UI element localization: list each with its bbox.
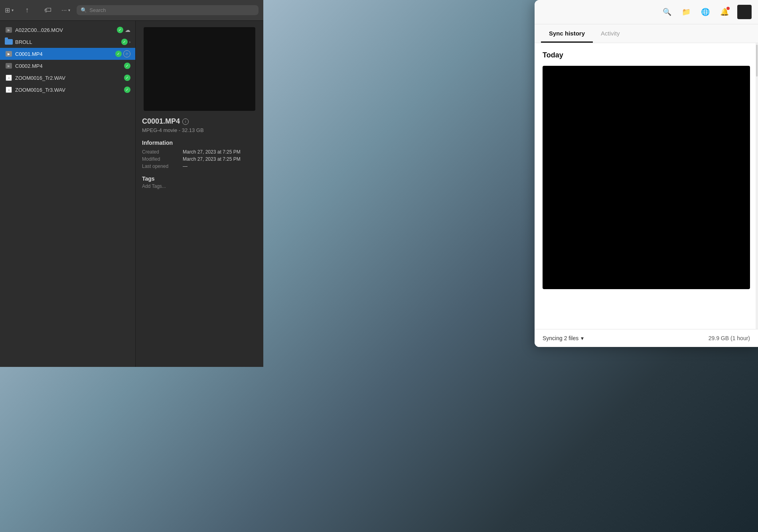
last-opened-row: Last opened —: [142, 164, 188, 169]
file-name: A022C00...026.MOV: [15, 27, 114, 33]
file-name: ZOOM0016_Tr3.WAV: [15, 87, 122, 93]
chevron-down-icon: ▾: [581, 335, 584, 341]
file-name: C0002.MP4: [15, 63, 122, 69]
tab-activity[interactable]: Activity: [593, 24, 628, 43]
popup-header: 🔍 📁 🌐 🔔: [535, 0, 758, 24]
preview-panel: C0001.MP4 i MPEG-4 movie - 32.13 GB Info…: [136, 21, 263, 367]
file-badges: ✓: [124, 75, 130, 81]
view-switcher[interactable]: ⊞ ▾: [5, 6, 14, 14]
notification-badge: [726, 7, 730, 10]
more-arrow: ▾: [68, 8, 70, 12]
syncing-label: Syncing 2 files: [543, 335, 578, 341]
file-name: C0001.MP4: [15, 51, 113, 57]
globe-icon: 🌐: [701, 8, 710, 16]
finder-toolbar: ⊞ ▾ ↑ 🏷 ··· ▾ 🔍: [0, 0, 263, 21]
grid-icon: ⊞: [5, 6, 10, 14]
search-icon: 🔍: [81, 7, 87, 13]
avatar[interactable]: [737, 5, 752, 19]
add-tags-button[interactable]: Add Tags...: [142, 183, 166, 189]
syncing-status[interactable]: Syncing 2 files ▾: [543, 335, 584, 341]
file-badges: ✓ ⏱: [115, 50, 130, 57]
tab-sync-history[interactable]: Sync history: [541, 24, 593, 43]
sync-check-badge: ✓: [124, 75, 130, 81]
video-file-icon: ▶: [5, 63, 13, 69]
search-input[interactable]: [89, 7, 255, 13]
preview-filename: C0001.MP4: [142, 117, 180, 126]
video-file-icon: ▶: [5, 27, 13, 33]
list-item[interactable]: BROLL ✓ ›: [0, 36, 135, 48]
finder-content: ▶ A022C00...026.MOV ✓ ☁ BROLL ✓: [0, 21, 263, 367]
finder-window: ⊞ ▾ ↑ 🏷 ··· ▾ 🔍 ▶ A022C00...026.MOV: [0, 0, 263, 367]
sync-size: 29.9 GB (1 hour): [709, 335, 750, 341]
list-item[interactable]: ▶ C0001.MP4 ✓ ⏱: [0, 48, 135, 60]
sync-check-badge: ✓: [121, 39, 128, 45]
file-badges: ✓ ☁: [117, 27, 130, 33]
file-name: BROLL: [15, 39, 119, 45]
modified-row: Modified March 27, 2023 at 7:25 PM: [142, 156, 241, 162]
file-badges: ✓ ›: [121, 39, 130, 45]
search-bar[interactable]: 🔍: [77, 5, 259, 15]
dropdown-arrow: ▾: [12, 8, 14, 12]
list-item[interactable]: ♫ ZOOM0016_Tr3.WAV ✓: [0, 84, 135, 96]
folder-icon: 📁: [682, 8, 691, 16]
audio-file-icon: ♫: [5, 87, 13, 93]
created-value: March 27, 2023 at 7:25 PM: [183, 149, 241, 155]
file-list-sidebar: ▶ A022C00...026.MOV ✓ ☁ BROLL ✓: [0, 21, 136, 367]
popup-footer: Syncing 2 files ▾ 29.9 GB (1 hour): [535, 329, 758, 347]
video-preview-thumbnail: [543, 66, 750, 289]
modified-value: March 27, 2023 at 7:25 PM: [183, 156, 241, 162]
globe-button[interactable]: 🌐: [699, 6, 712, 18]
clock-icon: ⏱: [123, 50, 130, 57]
ellipsis-icon: ···: [61, 7, 67, 14]
sync-check-badge: ✓: [124, 87, 130, 93]
search-icon: 🔍: [663, 8, 671, 16]
list-item[interactable]: ▶ C0002.MP4 ✓: [0, 60, 135, 72]
cloud-icon: ☁: [125, 27, 130, 33]
list-item[interactable]: ▶ A022C00...026.MOV ✓ ☁: [0, 24, 135, 36]
scrollbar-thumb[interactable]: [756, 45, 758, 77]
audio-file-icon: ♫: [5, 75, 13, 81]
preview-subtitle: MPEG-4 movie - 32.13 GB: [142, 127, 204, 133]
sync-check-badge: ✓: [115, 51, 122, 57]
created-row: Created March 27, 2023 at 7:25 PM: [142, 149, 241, 155]
preview-thumbnail: [144, 27, 255, 111]
section-date: Today: [543, 51, 750, 59]
sync-check-badge: ✓: [124, 63, 130, 69]
notifications-button[interactable]: 🔔: [718, 6, 731, 18]
last-opened-value: —: [183, 164, 188, 169]
arrow-icon: ›: [129, 40, 130, 44]
popup-content: Today: [535, 43, 758, 329]
last-opened-label: Last opened: [142, 164, 178, 169]
info-section-title: Information: [142, 140, 173, 146]
file-badges: ✓: [124, 63, 130, 69]
info-icon: i: [182, 118, 189, 125]
folder-icon: [5, 39, 13, 45]
tag-button[interactable]: 🏷: [41, 3, 55, 18]
more-button[interactable]: ··· ▾: [61, 7, 70, 14]
file-badges: ✓: [124, 87, 130, 93]
preview-title-row: C0001.MP4 i: [142, 117, 189, 126]
dropbox-popup: 🔍 📁 🌐 🔔 Sync history Activity Today Sync…: [535, 0, 758, 347]
file-name: ZOOM0016_Tr2.WAV: [15, 75, 122, 81]
modified-label: Modified: [142, 156, 178, 162]
tabs: Sync history Activity: [535, 24, 758, 43]
tags-section-title: Tags: [142, 175, 155, 182]
scrollbar[interactable]: [756, 43, 758, 329]
folder-button[interactable]: 📁: [680, 6, 693, 18]
video-file-icon: ▶: [5, 51, 13, 57]
created-label: Created: [142, 149, 178, 155]
sync-check-badge: ✓: [117, 27, 123, 33]
search-button[interactable]: 🔍: [661, 6, 673, 18]
list-item[interactable]: ♫ ZOOM0016_Tr2.WAV ✓: [0, 72, 135, 84]
share-button[interactable]: ↑: [20, 3, 34, 18]
